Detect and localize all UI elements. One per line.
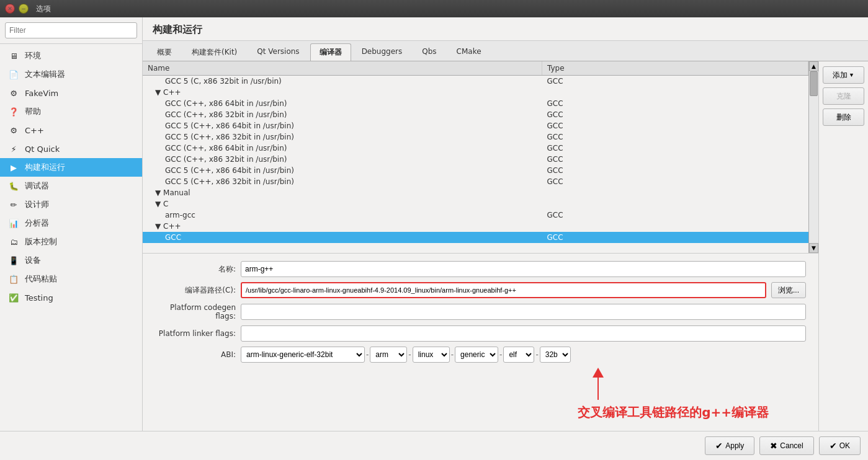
env-icon: 🖥 [7,50,20,62]
compiler-path-label: 编译器路径(C): [155,285,236,296]
scrollbar-up-btn[interactable]: ▲ [809,61,818,71]
main-content: 🖥 环境 📄 文本编辑器 ⚙ FakeVim ❓ 帮助 ⚙ C++ [0,17,868,431]
tab-qbs[interactable]: Qbs [413,43,445,61]
sidebar-item-vcs[interactable]: 🗂 版本控制 [0,232,142,251]
tab-overview[interactable]: 概要 [148,43,181,61]
cancel-button[interactable]: ✖ Cancel [759,436,813,455]
delete-button[interactable]: 删除 [823,108,864,126]
table-row[interactable]: ▼ Manual [143,187,808,198]
abi-bits-select[interactable]: 32bit [540,347,571,363]
build-run-icon: ▶ [7,161,20,174]
row-type [542,198,808,210]
table-row[interactable]: ▼ C [143,198,808,210]
compiler-table-scroll[interactable]: Name Type GCC 5 (C, x86 32bit in /usr/bi… [143,61,808,253]
table-row-selected[interactable]: GCC GCC [143,232,808,243]
sidebar-item-qtquick[interactable]: ⚡ Qt Quick [0,139,142,158]
apply-button[interactable]: ✔ Apply [705,436,754,455]
minimize-button[interactable]: − [19,4,29,14]
clone-button[interactable]: 克隆 [823,87,864,105]
sidebar-item-testing[interactable]: ✅ Testing [0,288,142,307]
table-row[interactable]: ▼ C++ [143,87,808,98]
right-buttons: 添加 ▼ 克隆 删除 [818,61,868,431]
table-row[interactable]: GCC 5 (C++, x86 64bit in /usr/bin) GCC [143,165,808,176]
compiler-path-input[interactable] [241,282,766,298]
sidebar-item-env[interactable]: 🖥 环境 [0,46,142,65]
abi-format-select[interactable]: elf [503,347,534,363]
name-input[interactable] [241,261,806,277]
row-type: GCC [542,76,808,87]
row-type: GCC [542,143,808,154]
sidebar-item-label: 调试器 [25,180,49,192]
designer-icon: ✏ [7,198,20,211]
sidebar-item-label: FakeVim [25,89,58,98]
ok-button[interactable]: ✔ OK [819,436,861,455]
browse-button[interactable]: 浏览... [771,282,806,298]
scrollbar-down-btn[interactable]: ▼ [809,243,818,253]
table-row[interactable]: arm-gcc GCC [143,210,808,221]
tab-qt-versions[interactable]: Qt Versions [248,43,308,61]
abi-flavor-select[interactable]: generic [455,347,498,363]
cancel-icon: ✖ [770,441,777,451]
name-label: 名称: [155,264,236,275]
scrollbar-track[interactable] [809,71,818,243]
tab-kits[interactable]: 构建套件(Kit) [182,43,246,61]
analyzer-icon: 📊 [7,217,20,229]
platform-codegen-input[interactable] [241,304,806,320]
table-row[interactable]: GCC (C++, x86 32bit in /usr/bin) GCC [143,154,808,165]
sidebar-item-debugger[interactable]: 🐛 调试器 [0,177,142,195]
row-name: GCC 5 (C++, x86 64bit in /usr/bin) [143,165,542,176]
sidebar-item-label: 代码粘贴 [25,273,57,285]
codepaste-icon: 📋 [7,273,20,285]
tab-compilers[interactable]: 编译器 [310,43,351,61]
sidebar-item-label: C++ [25,126,44,135]
arrow-line [597,378,599,400]
table-row[interactable]: GCC 5 (C, x86 32bit in /usr/bin) GCC [143,76,808,87]
clone-button-label: 克隆 [836,91,851,102]
close-button[interactable]: ✕ [5,4,15,14]
sidebar-item-devices[interactable]: 📱 设备 [0,251,142,270]
sidebar-item-cpp[interactable]: ⚙ C++ [0,121,142,139]
sidebar-item-label: 文本编辑器 [25,69,65,80]
abi-arch-select[interactable]: arm [370,347,407,363]
abi-os-select[interactable]: linux [413,347,450,363]
table-row[interactable]: GCC 5 (C++, x86 32bit in /usr/bin) GCC [143,131,808,143]
testing-icon: ✅ [7,291,20,304]
cpp-icon: ⚙ [7,124,20,136]
tab-debuggers[interactable]: Debuggers [352,43,412,61]
filter-input[interactable] [5,22,137,38]
sidebar-item-text-editor[interactable]: 📄 文本编辑器 [0,65,142,84]
sidebar-item-codepaste[interactable]: 📋 代码粘贴 [0,270,142,288]
fakevim-icon: ⚙ [7,87,20,99]
sidebar-item-label: Qt Quick [25,144,60,154]
tab-cmake[interactable]: CMake [447,43,491,61]
row-type: GCC [542,154,808,165]
abi-selects: arm-linux-generic-elf-32bit - arm - linu… [241,347,806,363]
table-row[interactable]: GCC (C++, x86 64bit in /usr/bin) GCC [143,98,808,109]
abi-main-select[interactable]: arm-linux-generic-elf-32bit [241,347,365,363]
sidebar-item-designer[interactable]: ✏ 设计师 [0,195,142,214]
row-name: ▼ C++ [143,87,542,98]
row-type: GCC [542,98,808,109]
row-name: ▼ C [143,198,542,210]
row-type: GCC [542,176,808,187]
row-name: GCC (C++, x86 64bit in /usr/bin) [143,98,542,109]
table-row[interactable]: GCC (C++, x86 64bit in /usr/bin) GCC [143,143,808,154]
row-type: GCC [542,165,808,176]
table-row[interactable]: GCC 5 (C++, x86 64bit in /usr/bin) GCC [143,120,808,131]
row-name: GCC [143,232,542,243]
table-row[interactable]: GCC (C++, x86 32bit in /usr/bin) GCC [143,109,808,120]
sidebar-item-build-run[interactable]: ▶ 构建和运行 [0,158,142,177]
table-row[interactable]: ▼ C++ [143,221,808,232]
add-dropdown-icon: ▼ [849,72,854,78]
platform-linker-input[interactable] [241,325,806,342]
sidebar: 🖥 环境 📄 文本编辑器 ⚙ FakeVim ❓ 帮助 ⚙ C++ [0,17,143,431]
row-type: GCC [542,232,808,243]
table-row[interactable]: GCC 5 (C++, x86 32bit in /usr/bin) GCC [143,176,808,187]
sidebar-item-fakevim[interactable]: ⚙ FakeVim [0,84,142,102]
arrow-annotation [593,368,604,400]
sidebar-item-analyzer[interactable]: 📊 分析器 [0,214,142,232]
add-button[interactable]: 添加 ▼ [823,66,864,84]
sidebar-item-help[interactable]: ❓ 帮助 [0,102,142,121]
qtquick-icon: ⚡ [7,143,20,155]
arrow-head-icon [593,368,604,378]
